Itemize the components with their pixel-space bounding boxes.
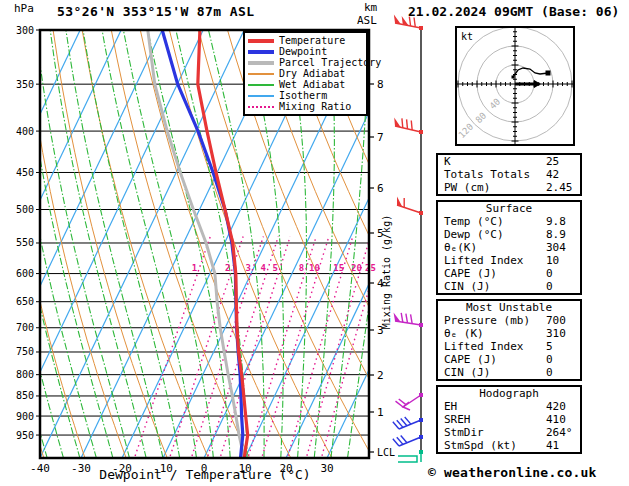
svg-text:950: 950: [16, 430, 34, 441]
svg-text:25: 25: [365, 263, 376, 273]
index-value: 304: [546, 241, 566, 254]
svg-text:2: 2: [225, 263, 230, 273]
legend-item: Parcel Trajectory: [248, 57, 366, 68]
index-value: 10: [546, 254, 559, 267]
wind-barb: [396, 393, 423, 410]
index-row: CAPE (J)0: [438, 353, 580, 366]
index-row: K25: [438, 155, 580, 168]
wind-barb: [398, 450, 423, 462]
index-name: StmSpd (kt): [444, 439, 517, 452]
index-row: θₑ (K)310: [438, 327, 580, 340]
svg-text:20: 20: [351, 263, 362, 273]
hodograph-chart: 4080120kt: [455, 26, 575, 146]
index-row: Temp (°C)9.8: [438, 215, 580, 228]
svg-text:3: 3: [245, 263, 250, 273]
index-row: StmSpd (kt)41: [438, 439, 580, 452]
svg-text:850: 850: [16, 390, 34, 401]
index-name: CIN (J): [444, 280, 490, 293]
index-name: Totals Totals: [444, 168, 530, 181]
indices-box: SurfaceTemp (°C)9.8Dewp (°C)8.9θₑ(K)304L…: [436, 200, 582, 295]
legend-item: Mixing Ratio: [248, 101, 366, 112]
index-name: Dewp (°C): [444, 228, 504, 241]
index-name: Lifted Index: [444, 340, 523, 353]
svg-text:1: 1: [377, 406, 384, 419]
index-value: 41: [546, 439, 559, 452]
svg-text:6: 6: [377, 182, 384, 195]
legend-item: Wet Adiabat: [248, 79, 366, 90]
svg-text:800: 800: [16, 369, 34, 380]
svg-text:600: 600: [16, 268, 34, 279]
index-row: CIN (J)0: [438, 280, 580, 293]
index-name: θₑ (K): [444, 327, 484, 340]
svg-text:4: 4: [261, 263, 267, 273]
wind-barb-column: [393, 15, 423, 462]
svg-text:8: 8: [299, 263, 304, 273]
index-name: EH: [444, 400, 457, 413]
index-value: 700: [546, 314, 566, 327]
index-name: SREH: [444, 413, 471, 426]
index-value: 0: [546, 280, 553, 293]
svg-text:7: 7: [377, 131, 384, 144]
parcel-trajectory-curve: [148, 30, 244, 458]
legend-item: Isotherm: [248, 90, 366, 101]
copyright: © weatheronline.co.uk: [428, 465, 597, 480]
chart-legend: TemperatureDewpointParcel TrajectoryDry …: [243, 31, 368, 116]
index-value: 2.45: [546, 181, 573, 194]
svg-text:700: 700: [16, 322, 34, 333]
skewt-sounding-app: hPa 53°26'N 353°15'W 87m ASL km ASL 21.0…: [0, 0, 629, 486]
legend-label: Parcel Trajectory: [279, 57, 381, 68]
index-name: Temp (°C): [444, 215, 504, 228]
svg-text:2: 2: [377, 369, 384, 382]
legend-line-swatch: [248, 106, 274, 108]
svg-text:300: 300: [16, 25, 34, 36]
index-row: CIN (J)0: [438, 366, 580, 379]
wind-barb: [394, 313, 423, 327]
wind-barb: [393, 417, 423, 429]
legend-label: Wet Adiabat: [279, 79, 345, 90]
indices-box: K25Totals Totals42PW (cm)2.45: [436, 153, 582, 196]
index-name: StmDir: [444, 426, 484, 439]
legend-line-swatch: [248, 95, 274, 97]
index-row: SREH410: [438, 413, 580, 426]
index-row: PW (cm)2.45: [438, 181, 580, 194]
hodograph-unit-label: kt: [461, 31, 473, 42]
index-value: 0: [546, 267, 553, 280]
index-row: Totals Totals42: [438, 168, 580, 181]
index-value: 420: [546, 400, 566, 413]
index-row: θₑ(K)304: [438, 241, 580, 254]
index-name: CAPE (J): [444, 267, 497, 280]
index-row: EH420: [438, 400, 580, 413]
index-name: θₑ(K): [444, 241, 477, 254]
legend-line-swatch: [248, 61, 274, 65]
index-row: Lifted Index10: [438, 254, 580, 267]
svg-text:500: 500: [16, 204, 34, 215]
index-value: 25: [546, 155, 559, 168]
index-value: 264°: [546, 426, 573, 439]
index-name: PW (cm): [444, 181, 490, 194]
svg-text:750: 750: [16, 346, 34, 357]
x-axis-title: Dewpoint / Temperature (°C): [40, 467, 370, 482]
index-value: 410: [546, 413, 566, 426]
indices-box: HodographEH420SREH410StmDir264°StmSpd (k…: [436, 385, 582, 454]
index-name: K: [444, 155, 451, 168]
legend-item: Dry Adiabat: [248, 68, 366, 79]
svg-text:5: 5: [273, 263, 278, 273]
legend-line-swatch: [248, 50, 274, 54]
lcl-label: LCL: [377, 447, 395, 458]
indices-box-title: Hodograph: [438, 387, 580, 400]
wind-barb: [394, 15, 423, 30]
wind-barb: [397, 196, 423, 215]
index-row: Dewp (°C)8.9: [438, 228, 580, 241]
index-name: CAPE (J): [444, 353, 497, 366]
legend-item: Dewpoint: [248, 46, 366, 57]
indices-box-title: Surface: [438, 202, 580, 215]
legend-line-swatch: [248, 73, 274, 75]
mixing-ratio-axis-label: Mixing Ratio (g/kg): [381, 215, 392, 329]
svg-text:400: 400: [16, 126, 34, 137]
svg-text:550: 550: [16, 237, 34, 248]
index-value: 310: [546, 327, 566, 340]
index-value: 0: [546, 353, 553, 366]
wind-barb: [394, 118, 423, 134]
index-name: Lifted Index: [444, 254, 523, 267]
legend-item: Temperature: [248, 35, 366, 46]
